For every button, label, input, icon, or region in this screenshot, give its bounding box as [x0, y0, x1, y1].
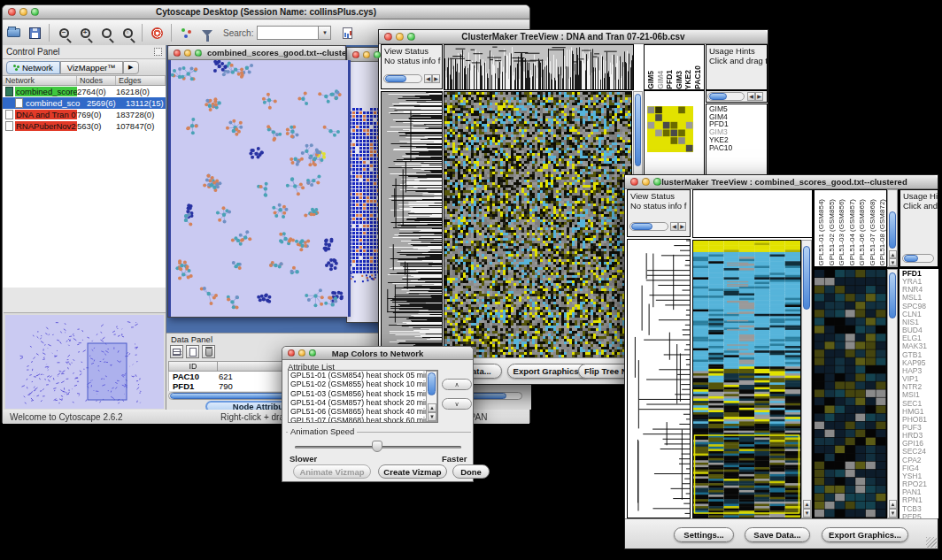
tab-overflow-button[interactable]: ▶ — [123, 61, 139, 74]
close-button[interactable] — [288, 349, 295, 357]
tv1-heatmap-canvas[interactable] — [444, 92, 631, 358]
scroll-up-arrow[interactable]: ▲ — [428, 403, 436, 412]
move-down-button[interactable]: ∨ — [442, 398, 472, 410]
column-label[interactable]: GPL51-04 (GSM857) — [847, 199, 858, 266]
attribute-item[interactable]: GPL51-04 (GSM857) heat shock 20 min — [290, 398, 437, 407]
column-header-edges[interactable]: Edges — [116, 76, 166, 85]
attribute-item[interactable]: GPL51-07 (GSM868) heat shock 60 min — [290, 416, 437, 423]
zoom-button[interactable] — [407, 33, 415, 41]
attribute-item[interactable]: GPL51-02 (GSM855) heat shock 10 min — [290, 380, 437, 388]
tv2-collabel-scrollbar[interactable]: ▲ ▼ — [887, 189, 898, 267]
inner-titlebar-1[interactable]: combined_scores_good.txt--cluste... — [168, 46, 345, 60]
attribute-list-scrollbar[interactable]: ▲ ▼ — [426, 371, 437, 422]
zoom-selected-button[interactable] — [96, 22, 117, 43]
scroll-right-arrow[interactable]: ▶ — [432, 74, 440, 83]
scroll-up-arrow[interactable]: ▲ — [889, 500, 897, 509]
attribute-item[interactable]: GPL51-01 (GSM854) heat shock 05 min — [290, 371, 437, 380]
save-session-button[interactable] — [24, 22, 45, 43]
scroll-down-arrow[interactable]: ▼ — [889, 258, 897, 266]
main-titlebar[interactable]: Cytoscape Desktop (Session Name: collins… — [3, 5, 529, 19]
vizmapper-button[interactable] — [175, 22, 197, 43]
scroll-down-arrow[interactable]: ▼ — [889, 509, 897, 518]
column-label[interactable]: PFD1 — [665, 70, 675, 89]
search-input[interactable] — [257, 26, 319, 40]
attribute-item[interactable]: GPL51-03 (GSM856) heat shock 15 min — [290, 389, 437, 398]
tv1-status-hscrollbar[interactable] — [383, 74, 422, 83]
zoom-button[interactable] — [653, 178, 661, 186]
zoom-button[interactable] — [31, 8, 39, 16]
minimize-button[interactable] — [298, 349, 305, 357]
gene-label[interactable]: PAC10 — [709, 144, 767, 152]
close-button[interactable] — [8, 8, 16, 16]
network-table-row[interactable]: DNA and Tran 07 769(0) 183728(0) — [3, 109, 166, 120]
zoom-button[interactable] — [309, 349, 316, 357]
scroll-down-arrow[interactable]: ▼ — [428, 412, 436, 421]
tv2-zoom-scrollbar[interactable]: ▲ ▼ — [887, 269, 898, 518]
network-canvas[interactable] — [168, 60, 351, 317]
close-button[interactable] — [384, 33, 392, 41]
move-up-button[interactable]: ∧ — [442, 379, 472, 390]
zoom-button[interactable] — [374, 51, 381, 58]
open-session-button[interactable] — [3, 22, 24, 43]
close-button[interactable] — [630, 178, 638, 186]
report-button[interactable] — [336, 22, 358, 43]
tv1-top-dendrogram-canvas[interactable] — [444, 45, 633, 89]
animation-speed-slider-thumb[interactable] — [372, 441, 382, 452]
column-header-nodes[interactable]: Nodes — [77, 76, 116, 85]
network-overview-canvas[interactable] — [5, 315, 164, 409]
column-label[interactable]: GPL51-08 (GSM872) — [877, 199, 887, 266]
tv2-status-hscrollbar[interactable] — [629, 222, 668, 231]
float-panel-icon[interactable] — [154, 48, 162, 56]
help-button[interactable] — [146, 22, 167, 43]
column-label[interactable]: GPL51-07 (GSM868) — [868, 199, 878, 266]
column-header-network[interactable]: Network — [3, 76, 77, 85]
column-label[interactable]: GIM5 — [646, 71, 656, 89]
dialog-titlebar[interactable]: Map Colors to Network — [282, 347, 473, 360]
create-vizmap-button[interactable]: Create Vizmap — [378, 464, 447, 479]
zoom-out-button[interactable]: − — [53, 22, 74, 43]
delete-attribute-button[interactable] — [202, 345, 215, 358]
data-column-id[interactable]: ID — [168, 361, 218, 372]
tv2-titlebar[interactable]: ClusterMaker TreeView : combined_scores_… — [625, 175, 938, 189]
scroll-left-arrow[interactable]: ◀ — [670, 222, 678, 231]
tv2-zoom-heatmap-canvas[interactable] — [815, 270, 886, 518]
done-button[interactable]: Done — [452, 464, 490, 479]
column-label[interactable]: GPL51-06 (GSM865) — [857, 199, 868, 266]
column-label[interactable]: YKE2 — [683, 70, 693, 89]
tv2-export-graphics-button[interactable]: Export Graphics... — [822, 527, 908, 542]
zoom-fit-button[interactable]: ▫ — [117, 22, 138, 43]
zoom-in-button[interactable]: + — [74, 22, 96, 43]
minimize-button[interactable] — [184, 50, 191, 57]
column-label[interactable]: GPL51-01 (GSM854) — [816, 199, 827, 266]
tv1-row-dendrogram-canvas[interactable] — [382, 92, 442, 358]
network-table-row[interactable]: RNAPuberNov2+ 563(0) 107847(0) — [3, 120, 166, 132]
scroll-left-arrow[interactable]: ◀ — [747, 92, 755, 101]
scroll-down-arrow[interactable]: ▼ — [803, 509, 811, 518]
close-button[interactable] — [174, 50, 181, 57]
attribute-item[interactable]: GPL51-06 (GSM865) heat shock 40 min — [290, 407, 437, 416]
tab-vizmapper[interactable]: VizMapper™ — [60, 61, 123, 74]
network-table-row[interactable]: combined_sco 2569(6) 13112(15) — [3, 97, 166, 109]
minimize-button[interactable] — [19, 8, 27, 16]
minimize-button[interactable] — [396, 33, 404, 41]
column-label[interactable]: GIM3 — [675, 71, 684, 89]
tab-network[interactable]: Network — [6, 61, 60, 74]
minimize-button[interactable] — [642, 178, 650, 186]
scroll-right-arrow[interactable]: ▶ — [678, 222, 686, 231]
column-label[interactable]: GPL51-02 (GSM855) — [827, 199, 838, 266]
scroll-left-arrow[interactable]: ◀ — [424, 74, 432, 83]
close-button[interactable] — [352, 51, 359, 58]
column-label[interactable]: GIM4 — [656, 71, 666, 89]
tv2-save-data-button[interactable]: Save Data... — [745, 527, 810, 542]
tv2-usage-hscrollbar[interactable] — [902, 254, 934, 263]
scroll-up-arrow[interactable]: ▲ — [803, 500, 811, 509]
scroll-up-arrow[interactable]: ▲ — [889, 250, 897, 258]
scroll-right-arrow[interactable]: ▶ — [755, 92, 763, 101]
attribute-select-button[interactable] — [170, 345, 183, 358]
zoom-button[interactable] — [195, 50, 202, 57]
column-label[interactable]: PAC10 — [693, 65, 703, 89]
column-label[interactable]: GPL51-03 (GSM856) — [837, 199, 847, 266]
tv2-vscrollbar[interactable]: ▲ ▼ — [801, 240, 812, 518]
search-dropdown-button[interactable]: ▼ — [319, 26, 331, 40]
tv2-heatmap-canvas[interactable] — [693, 241, 800, 518]
